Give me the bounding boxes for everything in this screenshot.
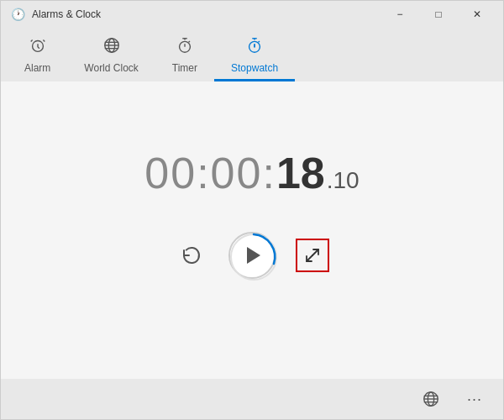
app-icon: 🕐 (11, 8, 25, 21)
reset-button[interactable] (175, 239, 208, 272)
worldclock-tab-label: World Clock (84, 62, 138, 74)
stopwatch-tab-label: Stopwatch (231, 62, 278, 74)
time-hours-minutes: 00:00: (144, 148, 276, 198)
title-bar: 🕐 Alarms & Clock − □ ✕ (1, 1, 503, 28)
alarm-tab-label: Alarm (24, 62, 50, 74)
svg-point-8 (254, 45, 255, 47)
tab-bar: Alarm World Clock Timer (1, 28, 503, 81)
title-bar-controls: − □ ✕ (381, 1, 496, 28)
play-button[interactable] (228, 232, 276, 279)
minutes: 00 (211, 149, 263, 197)
alarm-icon (29, 36, 47, 59)
tab-timer[interactable]: Timer (155, 28, 214, 81)
milliseconds: .10 (327, 167, 360, 194)
hours: 00 (144, 149, 197, 197)
play-icon (247, 247, 260, 264)
svg-line-11 (307, 255, 312, 261)
timer-icon (176, 36, 194, 59)
app-title: Alarms & Clock (32, 8, 101, 20)
world-clock-bottom-button[interactable] (416, 384, 446, 414)
controls (175, 232, 329, 279)
timer-tab-label: Timer (172, 62, 197, 74)
seconds: 18 (276, 148, 325, 198)
svg-point-6 (180, 41, 191, 52)
close-button[interactable]: ✕ (458, 1, 496, 28)
bottom-bar: ··· (1, 379, 503, 419)
maximize-button[interactable]: □ (419, 1, 458, 28)
time-display: 00:00: 18 .10 (144, 148, 359, 198)
stopwatch-icon (245, 36, 264, 59)
main-content: 00:00: 18 .10 (1, 81, 503, 379)
more-icon: ··· (467, 391, 482, 408)
tab-alarm[interactable]: Alarm (8, 28, 67, 81)
svg-line-10 (312, 249, 318, 255)
minimize-button[interactable]: − (381, 1, 419, 28)
tab-stopwatch[interactable]: Stopwatch (214, 28, 295, 81)
title-bar-left: 🕐 Alarms & Clock (11, 8, 101, 21)
more-options-button[interactable]: ··· (459, 384, 490, 414)
worldclock-icon (102, 36, 121, 59)
expand-button[interactable] (296, 239, 329, 272)
tab-worldclock[interactable]: World Clock (67, 28, 155, 81)
